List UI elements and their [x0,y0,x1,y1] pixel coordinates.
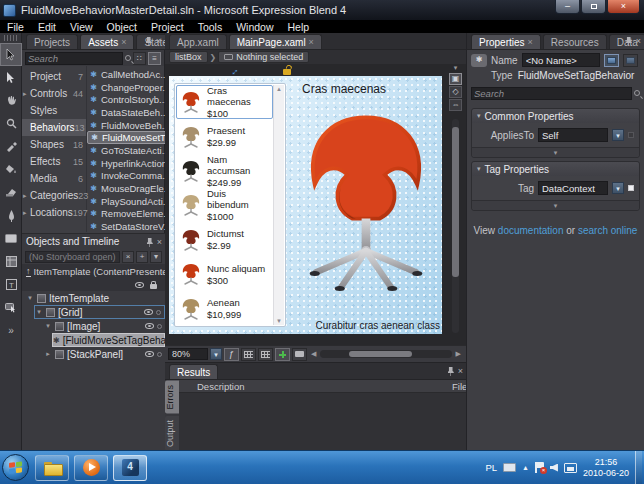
new-storyboard-button[interactable]: + [136,251,148,263]
breadcrumb-listbox[interactable]: listBox [169,51,208,63]
dropdown-arrow-button[interactable]: ▾ [612,182,624,194]
close-storyboard-button[interactable]: × [122,251,134,263]
pin-icon[interactable] [147,238,153,247]
scroll-up-icon[interactable]: ▲ [276,86,282,92]
listbox-item[interactable]: Praesent$29.99 [176,119,273,153]
minimize-button[interactable]: – [555,0,580,14]
asset-item[interactable]: ✱MouseDragEle... [87,182,176,195]
pin-icon[interactable] [448,367,454,376]
category-categories[interactable]: ▸Categories23 [22,187,86,204]
asset-item[interactable]: ✱HyperlinkAction [87,157,176,170]
menu-object[interactable]: Object [100,21,144,33]
category-effects[interactable]: Effects15 [22,153,86,170]
language-indicator[interactable]: PL [485,462,497,473]
tab-mainpage-xaml[interactable]: MainPage.xaml× [229,34,322,49]
tab-results[interactable]: Results [169,364,218,379]
grid-view-button[interactable]: ∷ [133,52,146,65]
category-shapes[interactable]: Shapes18 [22,136,86,153]
pan-tool[interactable] [0,89,22,112]
close-panel-icon[interactable]: × [636,37,641,46]
lock-toggle-icon[interactable] [157,324,162,329]
pen-tool[interactable] [0,204,22,227]
artboard-vertical-scrollbar[interactable] [452,119,459,333]
menu-help[interactable]: Help [281,21,317,33]
artboard[interactable]: ↕ Cras maecenas$100 Praesent$29.99 Nam a… [165,64,466,345]
category-controls[interactable]: ▸Controls44 [22,85,86,102]
close-tab-icon[interactable]: × [309,37,314,47]
design-surface[interactable]: Cras maecenas$100 Praesent$29.99 Nam acc… [169,76,442,334]
column-file[interactable]: File [452,381,466,392]
listbox-item[interactable]: Nam accumsan$249.99 [176,154,273,188]
split-view-button[interactable]: ⇔ [449,99,462,111]
menu-tools[interactable]: Tools [191,21,230,33]
more-tools-chevron[interactable]: » [0,319,22,342]
unlocked-padlock-icon[interactable] [283,69,291,75]
name-input[interactable] [522,53,600,67]
asset-item[interactable]: ✱GoToStateActi... [87,144,176,157]
scope-up-icon[interactable]: ↑ [26,266,31,277]
paint-bucket-tool[interactable] [0,158,22,181]
chevron-down-icon[interactable]: ▾ [448,64,463,72]
listbox-item[interactable]: Aenean$10,999 [176,291,273,325]
visibility-eye-icon[interactable] [144,309,153,315]
category-view-button[interactable] [604,54,619,67]
breadcrumb-selection[interactable]: Nothing selected [218,51,309,63]
scroll-left-icon[interactable]: ◀ [309,350,318,358]
render-effects-toggle[interactable]: ƒ [224,348,239,361]
assets-search-input[interactable] [25,52,123,65]
tree-node-image[interactable]: ▾ [Image] [44,319,165,333]
asset-item[interactable]: ✱ChangeProper... [87,81,176,94]
listbox-scrollbar[interactable]: ▲ ▼ [273,85,284,325]
volume-icon[interactable] [550,464,558,472]
tab-projects[interactable]: Projects [26,34,78,49]
media-player-taskbar-button[interactable] [74,455,108,481]
close-panel-icon[interactable]: × [458,367,463,376]
visibility-eye-icon[interactable] [135,282,144,288]
properties-search-input[interactable] [471,87,632,100]
search-online-link[interactable]: search online [578,225,637,236]
zoom-dropdown-button[interactable]: ▾ [210,348,222,360]
tag-dropdown[interactable]: DataContext [538,181,608,195]
lock-toggle-icon[interactable] [157,352,162,357]
listbox-item[interactable]: Nunc aliquam$300 [176,257,273,291]
annotations-toggle[interactable] [292,348,307,361]
scrollbar-thumb[interactable] [452,127,459,277]
show-grid-toggle[interactable] [241,348,256,361]
snap-grid-toggle[interactable] [258,348,273,361]
tree-node-stackpanel[interactable]: ▸ [StackPanel] [44,347,165,361]
common-properties-header[interactable]: ▾ Common Properties [472,109,639,123]
text-tool[interactable]: T [0,273,22,296]
list-view-button[interactable]: ≡ [148,52,161,65]
tab-assets[interactable]: Assets× [80,34,134,49]
collapse-icon[interactable]: ▾ [44,322,52,330]
close-panel-icon[interactable]: × [156,37,161,46]
pin-icon[interactable] [626,37,632,46]
tree-node-grid[interactable]: ▾ [Grid] [34,305,165,319]
eyedropper-tool[interactable] [0,135,22,158]
snaplines-toggle[interactable] [275,348,290,361]
taskbar-clock[interactable]: 21:56 2010-06-20 [583,457,629,479]
asset-item[interactable]: ✱RemoveEleme... [87,208,176,221]
asset-cursor-tool[interactable] [0,296,22,319]
asset-item[interactable]: ✱SetDataStoreV... [87,220,176,233]
collapse-icon[interactable]: ▾ [26,294,34,302]
expander-icon[interactable]: ▸ [23,90,27,98]
scrollbar-thumb[interactable] [349,351,412,357]
zoom-level-field[interactable]: 80% [168,348,208,360]
visibility-eye-icon[interactable] [145,351,154,357]
property-marker-set[interactable] [628,185,634,191]
maximize-button[interactable] [581,0,606,14]
category-media[interactable]: Media6 [22,170,86,187]
asset-item[interactable]: ✱InvokeComma... [87,170,176,183]
appliesto-dropdown[interactable]: Self [538,128,608,142]
collapse-icon[interactable]: ▾ [477,112,481,120]
selection-tool[interactable] [0,43,22,66]
visibility-eye-icon[interactable] [145,323,154,329]
scroll-down-icon[interactable]: ▼ [276,318,282,324]
close-button[interactable]: × [607,0,640,14]
property-marker[interactable] [628,132,634,138]
menu-view[interactable]: View [63,21,100,33]
start-button[interactable] [2,454,29,481]
design-view-button[interactable]: ▣ [449,73,462,85]
keyboard-icon[interactable] [503,463,516,472]
